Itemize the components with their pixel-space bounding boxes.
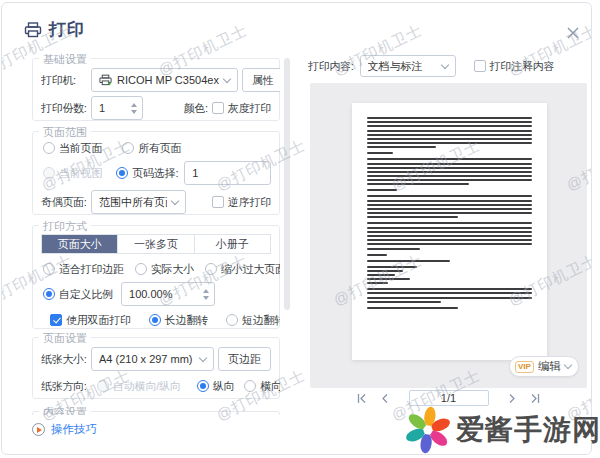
radio-icon[interactable] — [116, 167, 128, 179]
print-content-label: 打印内容: — [308, 59, 354, 74]
nav-first-button[interactable] — [357, 392, 369, 404]
select-print-content[interactable]: 文档与标注 — [360, 55, 456, 77]
radio-icon[interactable] — [197, 380, 209, 392]
section-legend: 页面设置 — [39, 331, 91, 346]
radio-label: 纵向 — [213, 379, 235, 394]
radio-auto-orientation[interactable]: 自动横向/纵向 — [97, 379, 181, 394]
radio-page-select[interactable]: 页码选择: — [116, 166, 178, 181]
vip-badge: VIP — [515, 361, 534, 373]
section-page-setup: 页面设置 纸张大小: A4 (210 x 297 mm) 页边距 纸张方向: 自… — [32, 337, 280, 399]
tab-page-size[interactable]: 页面大小 — [42, 235, 118, 253]
radio-portrait[interactable]: 纵向 — [197, 379, 235, 394]
settings-panel: 基础设置 打印机: RICOH MP C3504ex PCL 6 属性 打印份数… — [32, 51, 280, 415]
select-paper-size[interactable]: A4 (210 x 297 mm) — [91, 347, 214, 371]
checkbox-duplex[interactable]: 使用双面打印 — [50, 313, 131, 328]
section-print-method: 打印方式 页面大小 一张多页 小册子 适合打印边距 实际大小 缩小过大页面 — [32, 225, 280, 329]
radio-icon[interactable] — [226, 314, 238, 326]
chevron-down-icon — [223, 74, 231, 82]
print-content-value: 文档与标注 — [368, 59, 437, 74]
spinner-down-icon[interactable] — [131, 110, 137, 114]
paper-size-value: A4 (210 x 297 mm) — [99, 353, 195, 365]
checkbox-icon[interactable] — [212, 196, 224, 208]
tips-label: 操作技巧 — [51, 422, 97, 437]
radio-short-edge[interactable]: 短边翻转 — [226, 313, 280, 328]
logo-flower-icon — [404, 406, 452, 454]
radio-icon[interactable] — [135, 263, 147, 275]
radio-icon[interactable] — [43, 288, 55, 300]
radio-current-view[interactable]: 当前视图 — [43, 166, 102, 181]
page-numbers-field[interactable] — [184, 161, 271, 185]
tips-link[interactable]: 操作技巧 — [32, 422, 97, 437]
checkbox-icon[interactable] — [50, 314, 62, 326]
button-page-margins[interactable]: 页边距 — [218, 347, 271, 371]
checkbox-icon[interactable] — [474, 60, 486, 72]
printer-icon — [24, 22, 42, 38]
copies-label: 打印份数: — [41, 101, 87, 116]
dialog-title: 打印 — [49, 18, 85, 41]
radio-label: 横向 — [260, 379, 280, 394]
radio-label: 自定义比例 — [59, 287, 113, 302]
tab-booklet[interactable]: 小册子 — [195, 235, 270, 253]
radio-icon[interactable] — [97, 380, 109, 392]
spinner-up-icon[interactable] — [203, 289, 209, 293]
radio-icon[interactable] — [149, 314, 161, 326]
logo-text: 爱酱手游网 — [456, 411, 600, 449]
checkbox-icon[interactable] — [212, 102, 224, 114]
odd-even-label: 奇偶页面: — [41, 195, 87, 210]
checkbox-print-annotations[interactable]: 打印注释内容 — [474, 59, 555, 74]
copies-input[interactable] — [99, 102, 129, 114]
radio-fit-margins[interactable]: 适合打印边距 — [43, 262, 124, 277]
tab-multiple-pages[interactable]: 一张多页 — [118, 235, 194, 253]
section-legend: 基础设置 — [39, 52, 91, 67]
radio-label: 短边翻转 — [242, 313, 280, 328]
checkbox-label: 逆序打印 — [228, 195, 271, 210]
radio-all-pages[interactable]: 所有页面 — [122, 141, 181, 156]
scrollbar-thumb[interactable] — [284, 58, 290, 310]
radio-icon[interactable] — [43, 142, 55, 154]
spinner-arrows[interactable] — [201, 289, 211, 300]
properties-button[interactable]: 属性 — [242, 68, 280, 92]
vip-edit-button[interactable]: VIP 编辑 — [509, 356, 579, 377]
printer-select[interactable]: RICOH MP C3504ex PCL 6 — [91, 68, 238, 92]
page-indicator[interactable]: 1/1 — [409, 390, 489, 406]
radio-actual-size[interactable]: 实际大小 — [135, 262, 194, 277]
checkbox-grayscale[interactable]: 灰度打印 — [212, 101, 271, 116]
chevron-down-icon — [199, 353, 207, 361]
odd-even-select[interactable]: 范围中所有页面 — [91, 190, 186, 214]
printer-label: 打印机: — [41, 73, 87, 88]
radio-icon[interactable] — [43, 263, 55, 275]
radio-long-edge[interactable]: 长边翻转 — [149, 313, 208, 328]
section-legend: 内容设置 — [39, 405, 91, 415]
checkbox-reverse-print[interactable]: 逆序打印 — [212, 195, 271, 210]
spinner-up-icon[interactable] — [131, 103, 137, 107]
spinner-custom-scale[interactable] — [121, 282, 215, 306]
document-text — [367, 117, 532, 348]
radio-landscape[interactable]: 横向 — [244, 379, 280, 394]
radio-custom-scale[interactable]: 自定义比例 — [43, 287, 113, 302]
chevron-down-icon — [564, 361, 572, 369]
radio-icon[interactable] — [43, 167, 55, 179]
nav-next-button[interactable] — [506, 392, 518, 404]
checkbox-label: 使用双面打印 — [66, 313, 131, 328]
printer-value: RICOH MP C3504ex PCL 6 — [117, 74, 219, 86]
spinner-down-icon[interactable] — [203, 296, 209, 300]
section-legend: 打印方式 — [39, 219, 91, 234]
copies-spinner[interactable] — [91, 96, 143, 120]
site-logo: 爱酱手游网 — [404, 406, 600, 454]
radio-icon[interactable] — [122, 142, 134, 154]
dialog-titlebar: 打印 — [24, 18, 85, 41]
color-label: 颜色: — [184, 101, 208, 116]
custom-scale-input[interactable] — [129, 288, 201, 300]
radio-icon[interactable] — [205, 263, 217, 275]
radio-icon[interactable] — [244, 380, 256, 392]
preview-area: VIP 编辑 — [310, 83, 587, 388]
preview-page — [352, 103, 547, 360]
radio-shrink-oversized[interactable]: 缩小过大页面 — [205, 262, 280, 277]
spinner-arrows[interactable] — [129, 103, 139, 114]
radio-current-page[interactable]: 当前页面 — [43, 141, 102, 156]
page-numbers-input[interactable] — [192, 167, 267, 179]
nav-last-button[interactable] — [529, 392, 541, 404]
print-dialog: 打印 基础设置 打印机: RICOH MP C3504ex PCL 6 — [1, 2, 592, 455]
close-icon[interactable] — [565, 25, 581, 41]
nav-prev-button[interactable] — [380, 392, 392, 404]
